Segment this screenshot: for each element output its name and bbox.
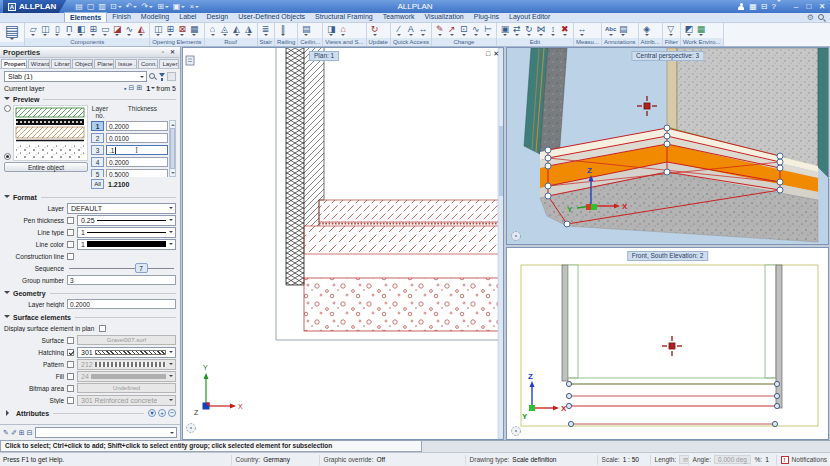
notifications-label[interactable]: Notifications [792, 456, 827, 463]
section-geometry[interactable]: Geometry [4, 289, 176, 297]
sequence-slider-thumb[interactable]: 7 [135, 263, 148, 273]
line-type-checkbox[interactable] [67, 229, 74, 236]
ribbon-tab-elements[interactable]: Elements [64, 12, 107, 22]
match-parameters-icon[interactable]: ✎ [3, 429, 9, 437]
roof-covering-icon[interactable]: ◬ [219, 24, 231, 38]
downstand-beam-icon[interactable]: ⊓ [63, 24, 75, 38]
add-attribute-icon[interactable]: + [158, 409, 166, 417]
redo-icon[interactable]: ↷ [140, 3, 154, 11]
undo-icon[interactable]: ↶ [125, 3, 139, 11]
style-checkbox[interactable] [67, 397, 74, 404]
ribbon-tab-visualization[interactable]: Visualization [420, 12, 469, 22]
panel-tab-propert[interactable]: Propert... [1, 59, 27, 68]
panel-tab-objects[interactable]: Objects [72, 59, 93, 68]
ribbon-tab-modeling[interactable]: Modeling [136, 12, 174, 22]
workspace-icon[interactable]: ◩ [683, 24, 695, 38]
text-tool-icon[interactable]: A [405, 24, 417, 38]
thickness-input[interactable]: 0.5000 [106, 169, 168, 177]
surface-file-button[interactable]: Gravel007.surf [77, 335, 176, 345]
fill-select[interactable]: 24 [77, 371, 176, 382]
ribbon-tab-design[interactable]: Design [201, 12, 233, 22]
new-drawing-icon[interactable]: ▢ [86, 3, 96, 11]
close-button[interactable]: ✕ [817, 2, 827, 11]
viewport-elevation[interactable]: Front, South Elevation: 2 [506, 247, 829, 440]
convert-component-icon[interactable]: ◭ [135, 24, 147, 38]
tools-icon[interactable]: × [188, 3, 200, 11]
close-panel-button[interactable]: ✕ [168, 48, 177, 57]
remove-attribute-icon[interactable]: − [168, 409, 176, 417]
environment-icon[interactable]: ▦ [695, 24, 707, 38]
filter-icon[interactable]: ▽ [665, 24, 677, 38]
ribbon-tab-structural-framing[interactable]: Structural Framing [310, 12, 378, 22]
foundation-icon[interactable]: ∿ [123, 24, 135, 38]
copy-icon[interactable]: ⊞ [156, 3, 170, 11]
search-icon[interactable] [818, 14, 826, 22]
scrollbar[interactable] [498, 48, 504, 439]
navigation-dial-icon[interactable] [512, 427, 521, 436]
viewport-close-button[interactable]: ✕ [493, 50, 499, 58]
panel-tab-conn[interactable]: Conn... [138, 59, 159, 68]
viewport-perspective[interactable]: Central perspective: 3 [506, 47, 829, 245]
line-color-checkbox[interactable] [67, 241, 74, 248]
viewport-elevation-tab[interactable]: Front, South Elevation: 2 [627, 251, 709, 261]
thickness-input[interactable]: 0.2000 [106, 157, 168, 167]
mirror-element-icon[interactable]: ⋈ [535, 24, 547, 38]
window-icon[interactable]: ⊞ [87, 24, 99, 38]
project-open-icon[interactable]: ▤ [74, 3, 84, 11]
profile-wall-icon[interactable]: ◫ [39, 24, 51, 38]
update-3d-icon[interactable]: ↻ [369, 24, 381, 38]
left-wall[interactable] [562, 265, 578, 381]
pen-thickness-checkbox[interactable] [67, 217, 74, 224]
drawing-file-icon[interactable] [186, 56, 194, 65]
load-favorite-icon[interactable]: ⊞ [19, 429, 25, 437]
split-icon[interactable]: ⊢ [482, 24, 494, 38]
text-label-icon[interactable]: Abc [604, 24, 617, 38]
roof-plane-icon[interactable]: ⌂ [207, 24, 219, 38]
section-preview[interactable]: Preview [4, 95, 176, 103]
recess-icon[interactable]: ▦ [188, 24, 200, 38]
door-opening-icon[interactable]: ◫ [152, 24, 164, 38]
stretch-icon[interactable]: ∿ [470, 24, 482, 38]
ribbon-tab-user-defined-objects[interactable]: User-Defined Objects [233, 12, 310, 22]
layer-number-button[interactable]: 3 [91, 145, 104, 155]
column-icon[interactable]: ▯ [51, 24, 63, 38]
layer-number-button[interactable]: 1 [91, 121, 104, 131]
resize-element-icon[interactable]: ↕ [547, 24, 559, 38]
match-icon[interactable]: ↗ [446, 24, 458, 38]
chevron-down-icon[interactable] [151, 87, 155, 91]
slab-icon[interactable]: ▭ [99, 24, 111, 38]
layer-select[interactable]: DEFAULT [67, 203, 176, 214]
panel-tab-library[interactable]: Library [51, 59, 71, 68]
properties-palette-icon[interactable]: ▤ [4, 23, 20, 42]
fill-checkbox[interactable] [67, 373, 74, 380]
modify-icon[interactable]: ✎ [434, 24, 446, 38]
window-opening-icon[interactable]: ⊞ [164, 24, 176, 38]
app-logo[interactable]: A ALLPLAN [3, 0, 66, 13]
surface-checkbox[interactable] [67, 337, 74, 344]
attributes-icon[interactable]: ◈ [641, 24, 653, 38]
ribbon-tab-finish[interactable]: Finish [107, 12, 136, 22]
layer-radio-top[interactable] [4, 105, 11, 112]
viewport-maximize-button[interactable]: □ [486, 50, 490, 58]
door-icon[interactable]: ◧ [75, 24, 87, 38]
rotate-element-icon[interactable]: ↻ [523, 24, 535, 38]
settings-gear-icon[interactable]: ⚙ [807, 14, 814, 22]
ribbon-tab-label[interactable]: Label [174, 12, 201, 22]
layer-next-icon[interactable]: ⊞ [136, 84, 142, 92]
print-icon[interactable]: ⊡ [109, 3, 123, 11]
display-surface-checkbox[interactable] [99, 325, 106, 332]
sequence-slider[interactable]: 7 [67, 263, 176, 274]
section-surface-elements[interactable]: Surface elements [4, 313, 176, 321]
section-format[interactable]: Format [4, 193, 176, 201]
layer-previous-icon[interactable]: ⊟ [129, 84, 135, 92]
pattern-checkbox[interactable] [67, 361, 74, 368]
ribbon-tab-plug-ins[interactable]: Plug-ins [469, 12, 504, 22]
layer-height-input[interactable]: 0.2000 [67, 299, 176, 309]
transfer-parameters-icon[interactable]: ✐ [11, 429, 17, 437]
view-icon[interactable]: ◨ [325, 24, 337, 38]
layer-number-button[interactable]: 5 [91, 169, 104, 177]
section-attributes[interactable]: Attributes ▾+− [4, 409, 176, 417]
scrollbar-thumb[interactable] [499, 126, 504, 196]
layer-number-button[interactable]: 4 [91, 157, 104, 167]
roof-frame-icon[interactable]: ◭ [231, 24, 243, 38]
